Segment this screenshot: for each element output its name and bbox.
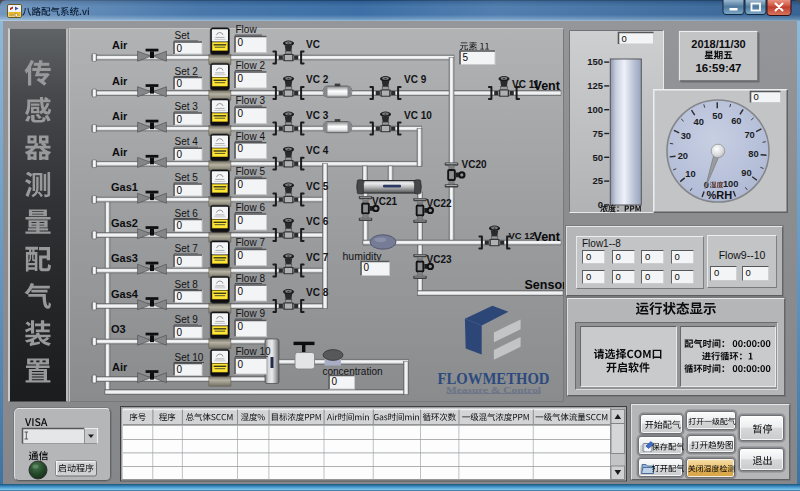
svg-text:VC20: VC20 bbox=[462, 159, 487, 170]
svg-text:Flow 2: Flow 2 bbox=[236, 60, 266, 71]
svg-text:VC 3: VC 3 bbox=[306, 110, 329, 121]
svg-text:Flow 10: Flow 10 bbox=[236, 346, 271, 357]
svg-text:0: 0 bbox=[177, 43, 183, 54]
svg-text:Set 2: Set 2 bbox=[175, 66, 199, 77]
svg-text:VC 2: VC 2 bbox=[306, 74, 329, 85]
svg-text:0: 0 bbox=[177, 149, 183, 160]
svg-text:100: 100 bbox=[723, 179, 739, 189]
svg-text:Set 4: Set 4 bbox=[175, 136, 199, 147]
svg-text:60: 60 bbox=[731, 116, 741, 126]
svg-text:Air: Air bbox=[112, 39, 128, 51]
svg-text:VC 4: VC 4 bbox=[306, 145, 329, 156]
svg-text:0: 0 bbox=[177, 364, 183, 375]
svg-text:Air: Air bbox=[112, 361, 128, 373]
svg-text:0: 0 bbox=[332, 376, 338, 387]
svg-text:0: 0 bbox=[754, 91, 759, 102]
svg-text:80: 80 bbox=[748, 149, 758, 159]
svg-text:0: 0 bbox=[238, 73, 244, 84]
svg-text:VC 9: VC 9 bbox=[404, 74, 427, 85]
svg-text:Set 9: Set 9 bbox=[175, 314, 199, 325]
svg-text:0: 0 bbox=[177, 220, 183, 231]
svg-text:Air: Air bbox=[112, 110, 128, 122]
svg-text:0: 0 bbox=[622, 33, 627, 44]
svg-text:0: 0 bbox=[177, 327, 183, 338]
svg-text:Gas3: Gas3 bbox=[111, 252, 138, 264]
svg-text:125: 125 bbox=[587, 80, 604, 91]
svg-text:VC22: VC22 bbox=[427, 198, 452, 209]
svg-text:0: 0 bbox=[598, 199, 603, 210]
svg-text:Flow 4: Flow 4 bbox=[236, 131, 266, 142]
svg-text:Flow 6: Flow 6 bbox=[236, 202, 266, 213]
svg-text:Flow 9: Flow 9 bbox=[236, 308, 266, 319]
svg-text:Vent: Vent bbox=[534, 230, 561, 244]
svg-text:0: 0 bbox=[238, 286, 244, 297]
svg-text:10: 10 bbox=[685, 169, 695, 179]
svg-text:0: 0 bbox=[177, 185, 183, 196]
svg-text:0: 0 bbox=[364, 262, 370, 273]
svg-text:0: 0 bbox=[238, 108, 244, 119]
svg-text:Set 3: Set 3 bbox=[175, 101, 199, 112]
svg-text:Air: Air bbox=[112, 75, 128, 87]
svg-text:0: 0 bbox=[177, 291, 183, 302]
svg-text:0: 0 bbox=[238, 215, 244, 226]
svg-text:20: 20 bbox=[678, 151, 688, 161]
svg-text:90: 90 bbox=[741, 168, 751, 178]
svg-text:0: 0 bbox=[238, 143, 244, 154]
svg-text:Air: Air bbox=[112, 146, 128, 158]
svg-text:0: 0 bbox=[238, 179, 244, 190]
svg-text:50: 50 bbox=[712, 111, 722, 121]
svg-text:VC 7: VC 7 bbox=[306, 252, 329, 263]
svg-text:VC 12: VC 12 bbox=[509, 230, 535, 241]
svg-text:humidity: humidity bbox=[343, 250, 383, 262]
svg-text:Gas4: Gas4 bbox=[111, 288, 139, 300]
svg-text:VC 10: VC 10 bbox=[404, 110, 432, 121]
svg-text:Set: Set bbox=[175, 30, 190, 41]
svg-text:70: 70 bbox=[744, 130, 754, 140]
svg-text:75: 75 bbox=[592, 128, 603, 139]
svg-text:Gas1: Gas1 bbox=[111, 181, 138, 193]
svg-text:0: 0 bbox=[177, 256, 183, 267]
svg-text:O3: O3 bbox=[111, 323, 126, 335]
svg-text:150: 150 bbox=[587, 56, 603, 67]
svg-text:Set 8: Set 8 bbox=[175, 279, 199, 290]
svg-text:VC 6: VC 6 bbox=[306, 216, 329, 227]
svg-text:0: 0 bbox=[238, 37, 244, 48]
svg-text:Vent: Vent bbox=[534, 79, 561, 93]
svg-text:40: 40 bbox=[694, 117, 704, 127]
svg-text:Sensor: Sensor bbox=[525, 278, 565, 292]
svg-text:0: 0 bbox=[177, 78, 183, 89]
svg-text:Flow 7: Flow 7 bbox=[236, 237, 266, 248]
svg-text:%RH: %RH bbox=[707, 189, 733, 201]
svg-text:VC 5: VC 5 bbox=[306, 181, 329, 192]
svg-text:0: 0 bbox=[177, 114, 183, 125]
svg-text:Set 5: Set 5 bbox=[175, 172, 199, 183]
svg-text:25: 25 bbox=[592, 175, 603, 186]
svg-text:30: 30 bbox=[681, 131, 691, 141]
svg-text:5: 5 bbox=[463, 52, 469, 63]
svg-text:Gas2: Gas2 bbox=[111, 217, 138, 229]
svg-text:0: 0 bbox=[238, 359, 244, 370]
svg-text:Flow: Flow bbox=[236, 24, 258, 35]
svg-text:VC23: VC23 bbox=[427, 254, 452, 265]
svg-text:VC 8: VC 8 bbox=[306, 287, 329, 298]
svg-text:0: 0 bbox=[238, 250, 244, 261]
svg-text:0: 0 bbox=[238, 321, 244, 332]
svg-text:Flow 5: Flow 5 bbox=[236, 166, 266, 177]
svg-text:Flow 8: Flow 8 bbox=[236, 273, 266, 284]
svg-text:Set 10: Set 10 bbox=[175, 352, 204, 363]
svg-text:16:59:47: 16:59:47 bbox=[695, 62, 741, 74]
svg-text:Set 7: Set 7 bbox=[175, 243, 199, 254]
svg-text:2018/11/30: 2018/11/30 bbox=[691, 38, 745, 50]
svg-text:50: 50 bbox=[592, 152, 603, 163]
svg-text:100: 100 bbox=[587, 104, 603, 115]
svg-text:Set 6: Set 6 bbox=[175, 208, 199, 219]
svg-text:VC21: VC21 bbox=[372, 196, 397, 207]
svg-text:VC: VC bbox=[306, 39, 320, 50]
svg-text:Flow 3: Flow 3 bbox=[236, 95, 266, 106]
